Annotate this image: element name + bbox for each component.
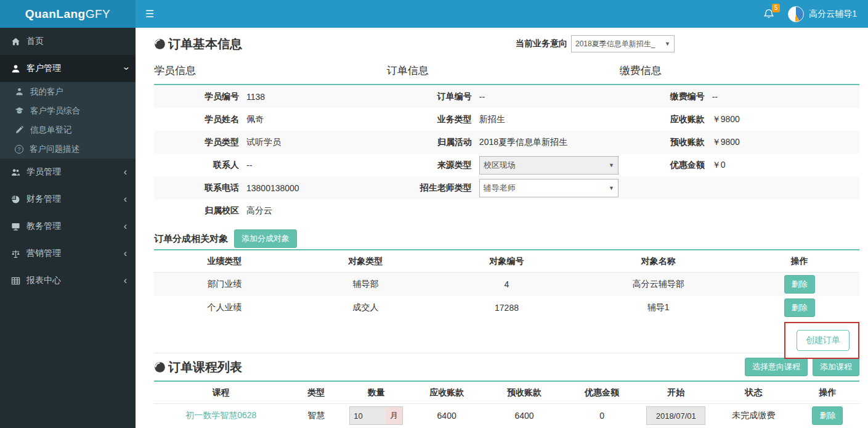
home-icon bbox=[11, 37, 20, 46]
info-row: 联系人-- 来源类型 校区现场 ▼ 优惠金额￥0 bbox=[154, 154, 859, 176]
field-label: 缴费编号 bbox=[620, 91, 712, 102]
sidebar-item-my-customers[interactable]: 我的客户 bbox=[0, 82, 136, 101]
field-label: 联系人 bbox=[154, 160, 246, 171]
phone-value: 13800138000 bbox=[246, 183, 299, 193]
sidebar-item-finance-mgmt[interactable]: 财务管理 ‹ bbox=[0, 186, 136, 213]
notification-badge: 5 bbox=[772, 4, 781, 12]
basic-info-grid: 学员编号1138 订单编号-- 缴费编号-- 学员姓名佩奇 业务类型新招生 应收… bbox=[154, 85, 859, 222]
app-logo: QuanLangGFY bbox=[0, 0, 136, 28]
quantity-unit-suffix: 月 bbox=[386, 407, 402, 424]
share-table-row: 个人业绩 成交人 17288 辅导1 删除 bbox=[154, 296, 859, 319]
campus-value: 高分云 bbox=[246, 205, 272, 216]
share-table-row: 部门业绩 辅导部 4 高分云辅导部 删除 bbox=[154, 273, 859, 296]
sidebar-item-label: 学员管理 bbox=[26, 167, 61, 178]
sidebar-item-label: 我的客户 bbox=[30, 86, 63, 97]
sidebar-item-marketing-mgmt[interactable]: 营销管理 ‹ bbox=[0, 240, 136, 267]
topbar-right: 5 高分云辅导1 bbox=[763, 0, 868, 28]
select-arrow-icon: ▼ bbox=[665, 41, 670, 47]
share-table-header: 业绩类型 对象类型 对象编号 对象名称 操作 bbox=[154, 250, 859, 273]
student-id-value: 1138 bbox=[246, 92, 265, 102]
course-name-link[interactable]: 初一数学智慧0628 bbox=[154, 410, 288, 421]
col-receivable: 应收账款 bbox=[408, 387, 485, 398]
order-course-list-title: 订单课程列表 bbox=[154, 359, 242, 376]
delete-share-row-button[interactable]: 删除 bbox=[784, 275, 815, 294]
quantity-input[interactable] bbox=[350, 407, 386, 424]
chevron-left-icon: ‹ bbox=[124, 167, 127, 177]
user-avatar bbox=[788, 6, 804, 22]
course-table: 课程 类型 数量 应收账款 预收账款 优惠金额 开始 状态 操作 初一数学智慧0… bbox=[154, 381, 859, 428]
desktop-icon bbox=[11, 222, 20, 231]
recruiter-type-select[interactable]: 辅导老师 ▼ bbox=[479, 179, 619, 197]
business-type-value: 新招生 bbox=[479, 114, 505, 125]
delete-share-row-button[interactable]: 删除 bbox=[784, 298, 815, 317]
share-table: 业绩类型 对象类型 对象编号 对象名称 操作 部门业绩 辅导部 4 高分云辅导部… bbox=[154, 249, 859, 319]
col-object-type: 对象类型 bbox=[295, 256, 436, 267]
sidebar-item-label: 首页 bbox=[26, 36, 44, 47]
sidebar-item-customer-issue[interactable]: ? 客户问题描述 bbox=[0, 139, 136, 158]
col-actions: 操作 bbox=[739, 256, 859, 267]
course-receivable: 6400 bbox=[408, 411, 485, 421]
notifications-button[interactable]: 5 bbox=[763, 8, 774, 20]
sidebar: 首页 客户管理 ‹ 我的客户 客户学员综合 信息单登记 ? 客户问题描述 学员管… bbox=[0, 28, 136, 428]
sidebar-item-info-form-registration[interactable]: 信息单登记 bbox=[0, 120, 136, 139]
sidebar-item-report-center[interactable]: 报表中心 ‹ bbox=[0, 267, 136, 294]
select-arrow-icon: ▼ bbox=[609, 185, 614, 191]
order-basic-info-title: 订单基本信息 bbox=[154, 36, 242, 52]
col-performance-type: 业绩类型 bbox=[154, 256, 295, 267]
sidebar-item-label: 客户管理 bbox=[26, 63, 61, 74]
course-table-row: 初一数学智慧0628 智慧 月 6400 6400 0 未完成缴费 删除 bbox=[154, 404, 859, 427]
course-table-header: 课程 类型 数量 应收账款 预收账款 优惠金额 开始 状态 操作 bbox=[154, 382, 859, 404]
col-type: 类型 bbox=[288, 387, 345, 398]
prepaid-value: ￥9800 bbox=[712, 137, 740, 148]
section-circle-icon bbox=[154, 361, 166, 373]
source-type-select[interactable]: 校区现场 ▼ bbox=[479, 156, 619, 175]
col-discount: 优惠金额 bbox=[563, 387, 641, 398]
pie-chart-icon bbox=[11, 195, 20, 204]
col-actions: 操作 bbox=[796, 387, 859, 398]
delete-course-row-button[interactable]: 删除 bbox=[812, 406, 843, 425]
logo-text-bold: QuanLang bbox=[25, 7, 86, 21]
edit-icon bbox=[15, 125, 24, 134]
balance-scale-icon bbox=[11, 249, 20, 258]
group-payment-info: 缴费信息 bbox=[620, 64, 859, 78]
question-icon: ? bbox=[15, 145, 23, 154]
group-order-info: 订单信息 bbox=[387, 64, 620, 78]
sidebar-item-customer-mgmt[interactable]: 客户管理 ‹ bbox=[0, 55, 136, 82]
field-label: 招生老师类型 bbox=[387, 183, 479, 194]
order-course-section: 订单课程列表 选择意向课程 添加课程 课程 类型 数量 应收账款 预收账款 优惠… bbox=[154, 353, 859, 428]
info-row: 学员编号1138 订单编号-- 缴费编号-- bbox=[154, 85, 859, 108]
create-order-button[interactable]: 创建订单 bbox=[797, 330, 850, 351]
sidebar-item-label: 信息单登记 bbox=[30, 125, 72, 136]
col-status: 状态 bbox=[712, 387, 796, 398]
field-label: 归属活动 bbox=[387, 137, 479, 148]
field-label: 预收账款 bbox=[620, 137, 712, 148]
start-date-input[interactable] bbox=[646, 406, 705, 425]
course-discount: 0 bbox=[563, 411, 641, 421]
sidebar-item-home[interactable]: 首页 bbox=[0, 28, 136, 55]
sidebar-item-label: 客户问题描述 bbox=[30, 144, 79, 155]
user-menu[interactable]: 高分云辅导1 bbox=[788, 6, 857, 22]
info-row: 归属校区高分云 bbox=[154, 199, 859, 222]
col-quantity: 数量 bbox=[344, 387, 408, 398]
chevron-left-icon: ‹ bbox=[124, 221, 127, 231]
add-share-object-button[interactable]: 添加分成对象 bbox=[234, 229, 297, 248]
info-row: 学员姓名佩奇 业务类型新招生 应收账款￥9800 bbox=[154, 108, 859, 131]
field-label: 归属校区 bbox=[154, 205, 246, 216]
sidebar-item-student-mgmt[interactable]: 学员管理 ‹ bbox=[0, 158, 136, 186]
select-intent-course-button[interactable]: 选择意向课程 bbox=[745, 358, 808, 376]
business-intent-select[interactable]: 2018夏季信息单新招生_ ▼ bbox=[571, 35, 675, 52]
add-course-button[interactable]: 添加课程 bbox=[813, 358, 859, 376]
sidebar-item-academic-mgmt[interactable]: 教务管理 ‹ bbox=[0, 213, 136, 240]
col-object-id: 对象编号 bbox=[436, 256, 577, 267]
field-label: 学员编号 bbox=[154, 91, 246, 102]
sidebar-item-label: 营销管理 bbox=[26, 248, 61, 259]
sidebar-item-customer-student-overview[interactable]: 客户学员综合 bbox=[0, 101, 136, 120]
hamburger-menu-icon[interactable]: ☰ bbox=[136, 0, 164, 28]
order-id-value: -- bbox=[479, 92, 485, 102]
receivable-value: ￥9800 bbox=[712, 114, 740, 125]
col-prepaid: 预收账款 bbox=[485, 387, 563, 398]
quantity-input-group: 月 bbox=[349, 406, 403, 425]
student-type-value: 试听学员 bbox=[246, 137, 281, 148]
contact-person-value: -- bbox=[246, 160, 252, 170]
field-label: 应收账款 bbox=[620, 114, 712, 125]
